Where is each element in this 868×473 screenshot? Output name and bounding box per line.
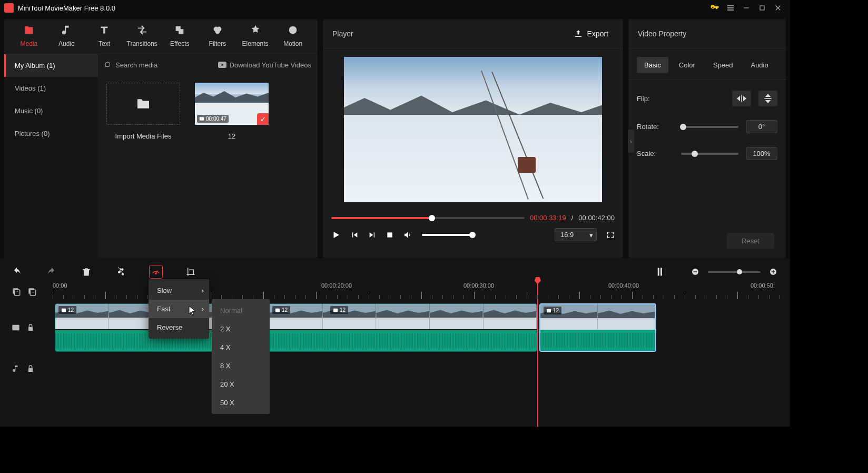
speed-menu: Slow› Fast› Reverse Normal 2 X 4 X 8 X 2… — [149, 279, 209, 339]
app-logo — [4, 3, 14, 13]
speed-menu-fast[interactable]: Fast› — [149, 300, 209, 318]
time-total: 00:00:42:00 — [578, 214, 615, 222]
video-track-lock-icon[interactable] — [26, 323, 35, 332]
add-track-button[interactable] — [12, 287, 21, 297]
zoom-out-button[interactable] — [689, 265, 702, 278]
chevron-right-icon: › — [202, 305, 204, 313]
fast-50x[interactable]: 50 X — [212, 393, 270, 412]
timeline: Slow› Fast› Reverse Normal 2 X 4 X 8 X 2… — [0, 258, 790, 427]
expand-panel-button[interactable]: › — [628, 130, 634, 153]
playback-progress[interactable] — [331, 217, 525, 219]
fast-submenu: Normal 2 X 4 X 8 X 20 X 50 X — [212, 299, 270, 414]
export-button[interactable]: Export — [568, 26, 614, 42]
prop-tab-basic[interactable]: Basic — [637, 57, 668, 73]
audio-track-lock-icon[interactable] — [26, 364, 35, 373]
stop-button[interactable] — [386, 231, 393, 239]
fast-normal[interactable]: Normal — [212, 301, 270, 320]
tab-elements[interactable]: Elements — [239, 24, 272, 47]
window-minimize-button[interactable] — [738, 0, 754, 16]
fast-8x[interactable]: 8 X — [212, 357, 270, 375]
sidebar-item-videos[interactable]: Videos (1) — [4, 77, 98, 100]
speed-button[interactable] — [150, 265, 162, 278]
prev-frame-button[interactable] — [350, 231, 359, 239]
player-panel: Player Export 00:00:33:19 / 00:00:42:00 — [323, 19, 623, 258]
svg-rect-0 — [760, 6, 764, 10]
svg-rect-6 — [200, 117, 204, 121]
svg-rect-25 — [547, 309, 551, 312]
tab-media[interactable]: Media — [13, 24, 45, 47]
video-property-panel: Video Property › Basic Color Speed Audio… — [628, 19, 786, 258]
svg-rect-12 — [694, 271, 697, 272]
download-youtube-button[interactable]: Download YouTube Videos — [218, 61, 311, 69]
prop-tab-audio[interactable]: Audio — [743, 57, 775, 73]
player-title: Player — [332, 29, 353, 38]
export-icon — [574, 29, 583, 38]
fast-2x[interactable]: 2 X — [212, 320, 270, 338]
titlebar: MiniTool MovieMaker Free 8.0.0 — [0, 0, 790, 16]
reset-button[interactable]: Reset — [727, 233, 774, 249]
hamburger-menu-icon[interactable] — [723, 0, 738, 16]
timeline-clip-1[interactable]: 12 12 12 12 — [55, 303, 537, 352]
delete-button[interactable] — [80, 265, 93, 278]
timeline-fit-button[interactable] — [654, 265, 667, 278]
search-input[interactable]: Search media — [104, 61, 214, 69]
scale-slider[interactable] — [681, 153, 738, 155]
tab-effects[interactable]: Effects — [164, 24, 196, 47]
volume-slider[interactable] — [422, 234, 475, 236]
zoom-in-button[interactable] — [767, 265, 780, 278]
tab-audio[interactable]: Audio — [51, 24, 83, 47]
svg-rect-15 — [773, 270, 773, 274]
props-title: Video Property — [638, 29, 686, 38]
svg-rect-7 — [387, 232, 392, 237]
speed-menu-reverse[interactable]: Reverse — [149, 318, 209, 337]
upgrade-key-icon[interactable] — [707, 0, 723, 16]
remove-track-button[interactable] — [27, 287, 37, 297]
undo-button[interactable] — [11, 265, 23, 278]
fullscreen-button[interactable] — [606, 231, 615, 239]
media-clip-tile[interactable]: 00:00:47 ✓ 12 — [195, 83, 269, 140]
tab-filters[interactable]: Filters — [201, 24, 234, 47]
folder-icon — [136, 98, 151, 110]
play-button[interactable] — [331, 230, 341, 240]
tab-text[interactable]: Text — [88, 24, 121, 47]
sidebar-item-my-album[interactable]: My Album (1) — [4, 54, 98, 77]
crop-button[interactable] — [184, 265, 197, 278]
rotate-slider[interactable] — [681, 126, 738, 128]
clip-name: 12 — [228, 132, 235, 140]
redo-button[interactable] — [45, 265, 58, 278]
svg-rect-10 — [660, 268, 662, 276]
import-media-tile[interactable]: Import Media Files — [106, 83, 180, 140]
split-button[interactable] — [115, 265, 127, 278]
sidebar-item-music[interactable]: Music (0) — [4, 100, 98, 122]
scale-value[interactable]: 100% — [746, 147, 777, 160]
fast-4x[interactable]: 4 X — [212, 338, 270, 357]
tab-motion[interactable]: Motion — [277, 24, 309, 47]
next-frame-button[interactable] — [368, 231, 377, 239]
timeline-clip-2-selected[interactable]: 12 — [539, 303, 656, 352]
window-close-button[interactable] — [770, 0, 786, 16]
sidebar-item-pictures[interactable]: Pictures (0) — [4, 122, 98, 145]
aspect-ratio-select[interactable]: 16:9▾ — [555, 228, 597, 241]
audio-track-body[interactable] — [53, 354, 790, 383]
flip-horizontal-button[interactable] — [732, 91, 751, 106]
prop-tab-speed[interactable]: Speed — [706, 57, 741, 73]
zoom-slider[interactable] — [708, 271, 761, 273]
flip-vertical-button[interactable] — [758, 91, 777, 106]
search-icon — [104, 61, 112, 69]
svg-rect-23 — [275, 308, 280, 311]
fast-20x[interactable]: 20 X — [212, 375, 270, 393]
clip-added-check-icon: ✓ — [257, 113, 269, 125]
speed-menu-slow[interactable]: Slow› — [149, 281, 209, 300]
volume-button[interactable] — [403, 230, 412, 240]
video-preview[interactable] — [344, 57, 602, 202]
tab-transitions[interactable]: Transitions — [126, 24, 159, 47]
rotate-value[interactable]: 0° — [746, 120, 777, 133]
prop-tab-color[interactable]: Color — [672, 57, 703, 73]
clip-duration-badge: 00:00:47 — [197, 115, 229, 123]
svg-rect-20 — [12, 325, 19, 331]
window-maximize-button[interactable] — [754, 0, 770, 16]
chevron-down-icon: ▾ — [589, 231, 593, 239]
media-area: Search media Download YouTube Videos Imp… — [98, 54, 318, 258]
svg-point-3 — [215, 29, 220, 34]
chevron-right-icon: › — [202, 287, 204, 294]
